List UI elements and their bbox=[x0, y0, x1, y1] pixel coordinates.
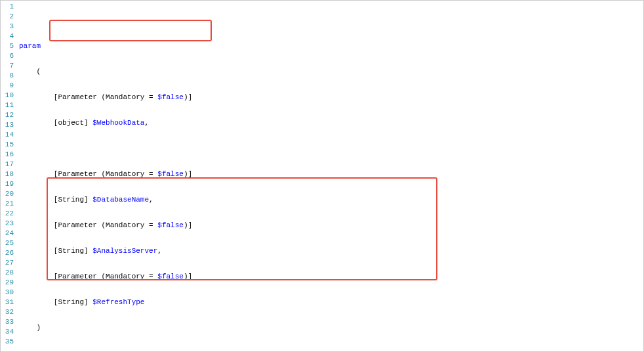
line-number: 10 bbox=[1, 91, 14, 100]
line-number: 17 bbox=[1, 160, 14, 169]
line-number: 32 bbox=[1, 307, 14, 317]
line-number: 24 bbox=[1, 229, 14, 238]
line-number: 27 bbox=[1, 258, 14, 268]
code-line: [String] $AnalysisServer, bbox=[19, 246, 644, 256]
line-number-gutter: 1 2 3 4 5 6 7 8 9 10 11 12 13 14 15 16 1… bbox=[1, 1, 18, 351]
line-number: 16 bbox=[1, 150, 14, 160]
highlight-box-1 bbox=[49, 20, 212, 41]
code-line: [Parameter (Mandatory = $false)] bbox=[19, 272, 644, 282]
code-line: [Parameter (Mandatory = $false)] bbox=[19, 169, 644, 179]
line-number: 31 bbox=[1, 297, 14, 307]
line-number: 29 bbox=[1, 278, 14, 288]
code-line: [Parameter (Mandatory = $false)] bbox=[19, 221, 644, 231]
line-number: 5 bbox=[1, 41, 14, 51]
line-number: 23 bbox=[1, 219, 14, 229]
code-area[interactable]: param ( [Parameter (Mandatory = $false)]… bbox=[18, 1, 644, 351]
line-number: 12 bbox=[1, 110, 14, 120]
line-number: 11 bbox=[1, 100, 14, 110]
line-number: 21 bbox=[1, 199, 14, 209]
line-number: 34 bbox=[1, 327, 14, 337]
line-number: 20 bbox=[1, 189, 14, 199]
code-line: ) bbox=[19, 323, 644, 333]
line-number: 18 bbox=[1, 169, 14, 179]
code-line bbox=[19, 144, 644, 154]
line-number: 9 bbox=[1, 81, 14, 91]
code-line: [object] $WebhookData, bbox=[19, 118, 644, 128]
line-number: 1 bbox=[1, 2, 14, 12]
line-number: 22 bbox=[1, 209, 14, 219]
line-number: 4 bbox=[1, 32, 14, 41]
code-line bbox=[19, 349, 644, 352]
line-number: 35 bbox=[1, 337, 14, 347]
line-number: 7 bbox=[1, 61, 14, 71]
line-number: 13 bbox=[1, 120, 14, 130]
line-number: 26 bbox=[1, 248, 14, 258]
line-number: 14 bbox=[1, 130, 14, 140]
line-number: 15 bbox=[1, 140, 14, 150]
line-number: 25 bbox=[1, 238, 14, 248]
line-number: 3 bbox=[1, 22, 14, 32]
line-number: 33 bbox=[1, 317, 14, 327]
line-number: 6 bbox=[1, 51, 14, 61]
code-line: param bbox=[19, 41, 644, 51]
line-number: 28 bbox=[1, 268, 14, 278]
line-number: 2 bbox=[1, 12, 14, 22]
code-line: [String] $RefreshType bbox=[19, 297, 644, 307]
line-number: 30 bbox=[1, 288, 14, 297]
line-number: 8 bbox=[1, 71, 14, 81]
code-editor: 1 2 3 4 5 6 7 8 9 10 11 12 13 14 15 16 1… bbox=[1, 1, 643, 351]
line-number: 19 bbox=[1, 179, 14, 189]
code-line: ( bbox=[19, 67, 644, 77]
code-line: [Parameter (Mandatory = $false)] bbox=[19, 93, 644, 102]
code-line: [String] $DatabaseName, bbox=[19, 195, 644, 205]
